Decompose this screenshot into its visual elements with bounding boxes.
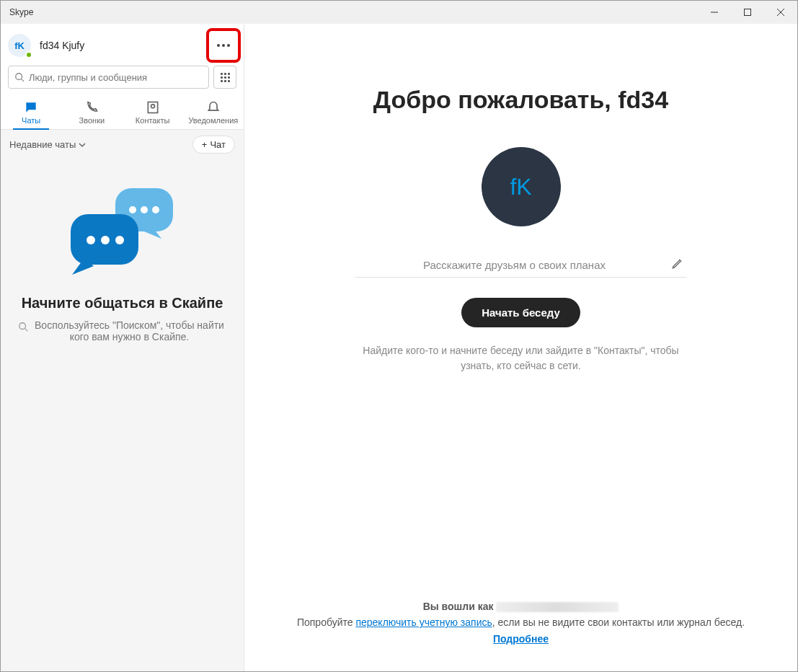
- tab-label: Уведомления: [188, 116, 238, 125]
- search-input[interactable]: Люди, группы и сообщения: [8, 66, 209, 89]
- tab-notifications[interactable]: Уведомления: [183, 94, 244, 129]
- footer: Вы вошли как Попробуйте переключить учет…: [244, 598, 797, 647]
- svg-point-7: [151, 105, 154, 108]
- nav-tabs: Чаты Звонки Контакты Уведомления: [1, 94, 244, 130]
- svg-point-9: [129, 206, 136, 213]
- svg-point-13: [87, 236, 95, 244]
- search-row: Люди, группы и сообщения: [1, 66, 244, 94]
- bell-icon: [206, 100, 221, 115]
- avatar[interactable]: fK: [8, 34, 31, 57]
- hint-text: Найдите кого-то и начните беседу или зай…: [363, 343, 680, 373]
- avatar-big: fK: [482, 147, 561, 226]
- svg-point-10: [141, 206, 148, 213]
- tab-label: Чаты: [22, 116, 40, 125]
- profile-row: fK fd34 Kjufy: [1, 24, 244, 66]
- chat-illustration: [65, 181, 180, 282]
- search-placeholder: Люди, группы и сообщения: [29, 72, 147, 83]
- switch-account-row: Попробуйте переключить учетную запись, е…: [273, 614, 768, 630]
- status-input-row[interactable]: Расскажите друзьям о своих планах: [355, 252, 687, 278]
- search-icon: [18, 322, 28, 332]
- empty-text: Воспользуйтесь "Поиском", чтобы найти ко…: [32, 319, 226, 342]
- empty-state: Начните общаться в Скайпе Воспользуйтесь…: [1, 159, 244, 671]
- svg-point-15: [115, 236, 124, 244]
- tab-calls[interactable]: Звонки: [61, 94, 122, 129]
- tab-chats[interactable]: Чаты: [1, 94, 61, 129]
- phone-icon: [84, 100, 99, 115]
- svg-point-11: [152, 206, 159, 213]
- titlebar: Skype: [1, 1, 797, 24]
- recent-chats-label[interactable]: Недавние чаты: [9, 139, 76, 150]
- svg-point-16: [19, 323, 26, 330]
- switch-account-link[interactable]: переключить учетную запись: [355, 616, 492, 628]
- chat-icon: [24, 100, 38, 115]
- learn-more-link[interactable]: Подробнее: [493, 633, 549, 645]
- minimize-button[interactable]: [698, 1, 731, 24]
- welcome-heading: Добро пожаловать, fd34: [373, 86, 668, 114]
- window-title: Skype: [9, 7, 698, 17]
- signed-in-row: Вы вошли как: [273, 598, 768, 614]
- avatar-big-wrap[interactable]: fK: [482, 147, 561, 226]
- tab-label: Звонки: [79, 116, 105, 125]
- contacts-icon: [146, 100, 160, 115]
- new-chat-button[interactable]: + Чат: [192, 136, 235, 154]
- start-conversation-button[interactable]: Начать беседу: [461, 298, 580, 327]
- signed-in-account-blurred: [496, 602, 619, 612]
- empty-text-row: Воспользуйтесь "Поиском", чтобы найти ко…: [18, 319, 226, 342]
- main-panel: Добро пожаловать, fd34 fK Расскажите дру…: [244, 24, 797, 671]
- try-prefix: Попробуйте: [297, 616, 355, 628]
- svg-line-17: [25, 329, 28, 332]
- presence-indicator: [25, 51, 32, 58]
- edit-icon[interactable]: [671, 257, 684, 273]
- svg-point-4: [16, 74, 22, 80]
- window-controls: [698, 1, 797, 24]
- close-button[interactable]: [764, 1, 797, 24]
- chevron-down-icon[interactable]: [79, 141, 86, 149]
- sidebar: fK fd34 Kjufy Люди, группы и сообщения: [1, 24, 244, 671]
- avatar-initials: fK: [14, 40, 25, 51]
- svg-line-5: [22, 79, 25, 82]
- maximize-button[interactable]: [731, 1, 764, 24]
- more-icon: [217, 44, 230, 47]
- recent-chats-header: Недавние чаты + Чат: [1, 130, 244, 159]
- profile-name[interactable]: fd34 Kjufy: [40, 40, 84, 51]
- svg-rect-1: [745, 9, 751, 16]
- dialpad-button[interactable]: [213, 66, 236, 89]
- new-chat-label: Чат: [210, 139, 226, 150]
- tab-label: Контакты: [136, 116, 170, 125]
- svg-point-14: [101, 236, 110, 244]
- empty-title: Начните общаться в Скайпе: [22, 293, 223, 312]
- dialpad-icon: [221, 73, 230, 82]
- plus-icon: +: [202, 139, 208, 150]
- app-body: fK fd34 Kjufy Люди, группы и сообщения: [1, 24, 797, 671]
- search-icon: [14, 72, 25, 82]
- tab-contacts[interactable]: Контакты: [123, 94, 183, 129]
- signed-in-label: Вы вошли как: [423, 601, 494, 612]
- avatar-big-initials: fK: [510, 174, 531, 200]
- status-placeholder: Расскажите друзьям о своих планах: [358, 259, 671, 271]
- more-menu-button[interactable]: [210, 32, 236, 58]
- try-suffix: , если вы не видите свои контакты или жу…: [492, 616, 745, 628]
